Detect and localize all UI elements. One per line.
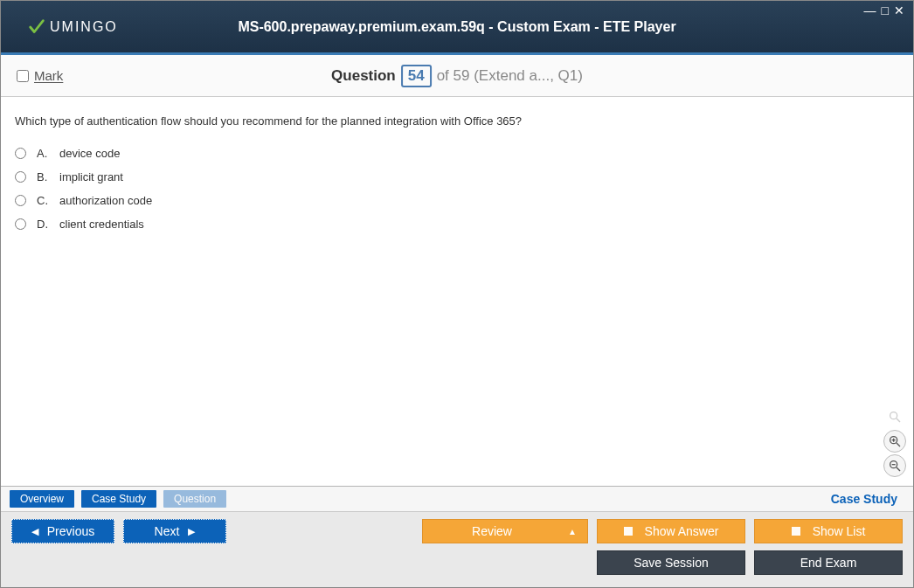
question-of-label: of 59 (Extend a..., Q1) — [437, 67, 583, 85]
show-answer-button[interactable]: Show Answer — [597, 519, 745, 543]
option-c[interactable]: C. authorization code — [15, 194, 899, 207]
question-progress: Question 54 of 59 (Extend a..., Q1) — [331, 65, 583, 87]
question-body: Which type of authentication flow should… — [1, 97, 913, 486]
brand-text: UMINGO — [50, 19, 118, 35]
question-label: Question — [331, 67, 396, 85]
title-bar: UMINGO MS-600.prepaway.premium.exam.59q … — [1, 1, 913, 55]
zoom-out-icon[interactable] — [883, 454, 906, 477]
review-label: Review — [472, 524, 512, 538]
footer: Overview Case Study Question Case Study … — [1, 486, 913, 587]
option-text: implicit grant — [59, 170, 123, 183]
svg-line-3 — [897, 443, 900, 446]
tab-overview[interactable]: Overview — [10, 490, 74, 508]
end-buttons-row: Save Session End Exam — [1, 543, 913, 575]
zoom-in-icon[interactable] — [883, 430, 906, 453]
mark-label: Mark — [34, 68, 63, 83]
search-icon[interactable] — [883, 405, 906, 428]
brand-logo: UMINGO — [27, 17, 118, 37]
review-button[interactable]: Review ▲ — [422, 519, 588, 543]
zoom-controls — [883, 405, 906, 477]
save-session-button[interactable]: Save Session — [597, 550, 745, 575]
svg-line-7 — [897, 467, 900, 471]
option-b[interactable]: B. implicit grant — [15, 170, 899, 183]
mark-checkbox-input[interactable] — [17, 70, 29, 82]
option-text: client credentials — [59, 218, 144, 231]
minimize-icon[interactable]: — — [864, 4, 876, 17]
option-c-radio[interactable] — [15, 195, 26, 206]
window-title: MS-600.prepaway.premium.exam.59q - Custo… — [238, 19, 675, 35]
square-icon — [624, 527, 633, 536]
option-letter: C. — [37, 194, 52, 207]
option-text: device code — [59, 147, 120, 160]
previous-button[interactable]: ◀ Previous — [11, 519, 114, 543]
previous-label: Previous — [47, 524, 94, 538]
next-label: Next — [155, 524, 180, 538]
tabs-row: Overview Case Study Question Case Study — [1, 487, 913, 512]
chevron-right-icon: ▶ — [188, 526, 195, 537]
window-controls: — □ ✕ — [864, 4, 904, 17]
chevron-up-icon: ▲ — [568, 527, 577, 536]
tab-question[interactable]: Question — [163, 490, 226, 508]
case-study-label: Case Study — [831, 492, 897, 506]
question-text: Which type of authentication flow should… — [15, 114, 899, 128]
options-list: A. device code B. implicit grant C. auth… — [15, 147, 899, 231]
tab-case-study[interactable]: Case Study — [81, 490, 156, 508]
close-icon[interactable]: ✕ — [894, 4, 904, 17]
question-header: Mark Question 54 of 59 (Extend a..., Q1) — [1, 55, 913, 97]
chevron-left-icon: ◀ — [31, 526, 38, 537]
option-letter: B. — [37, 170, 52, 183]
show-list-button[interactable]: Show List — [754, 519, 903, 543]
end-exam-button[interactable]: End Exam — [754, 550, 903, 575]
svg-point-0 — [890, 412, 897, 419]
option-a-radio[interactable] — [15, 148, 26, 159]
maximize-icon[interactable]: □ — [882, 4, 889, 17]
svg-line-1 — [897, 419, 900, 422]
option-b-radio[interactable] — [15, 171, 26, 183]
show-answer-label: Show Answer — [645, 524, 719, 538]
mark-checkbox[interactable]: Mark — [17, 68, 63, 83]
option-d-radio[interactable] — [15, 218, 26, 230]
checkmark-icon — [27, 17, 46, 37]
square-icon — [792, 527, 800, 536]
question-number: 54 — [401, 65, 432, 87]
option-text: authorization code — [59, 194, 152, 207]
next-button[interactable]: Next ▶ — [123, 519, 226, 543]
nav-buttons-row: ◀ Previous Next ▶ Review ▲ Show Answer S… — [1, 512, 913, 543]
option-letter: D. — [37, 218, 52, 231]
show-list-label: Show List — [813, 524, 866, 538]
option-letter: A. — [37, 147, 52, 160]
option-d[interactable]: D. client credentials — [15, 218, 899, 231]
option-a[interactable]: A. device code — [15, 147, 899, 160]
